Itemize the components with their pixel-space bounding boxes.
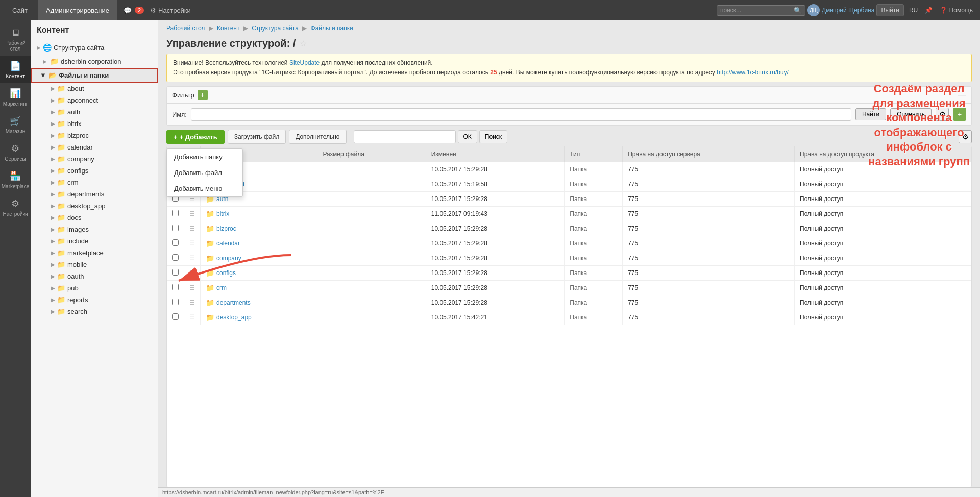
- tree-item-reports[interactable]: ▶📁reports: [31, 294, 158, 306]
- breadcrumb-site-structure[interactable]: Структура сайта: [252, 24, 299, 32]
- inline-search-input[interactable]: [354, 130, 456, 143]
- row-checkbox[interactable]: [172, 225, 179, 231]
- file-type: Папка: [565, 251, 623, 266]
- row-checkbox[interactable]: [172, 239, 179, 246]
- file-modified: 10.05.2017 15:19:58: [426, 177, 565, 192]
- toolbar: + + Добавить Добавить папку Добавить фай…: [166, 130, 972, 144]
- help-button[interactable]: ❓ Помощь: [937, 5, 976, 16]
- notification-badge: 2: [135, 7, 144, 14]
- folder-link-calendar[interactable]: 📁calendar: [206, 239, 312, 247]
- drag-handle-icon: ☰: [189, 255, 195, 262]
- folder-link-configs[interactable]: 📁configs: [206, 269, 312, 277]
- search-button[interactable]: Поиск: [479, 130, 507, 143]
- tree-item-pub[interactable]: ▶📁pub: [31, 282, 158, 294]
- upload-file-button[interactable]: Загрузить файл: [228, 130, 286, 144]
- file-type: Папка: [565, 266, 623, 281]
- more-button[interactable]: Дополнительно: [289, 130, 346, 144]
- siteupdate-link[interactable]: SiteUpdate: [289, 59, 320, 66]
- filter-find-button[interactable]: Найти: [855, 108, 886, 120]
- tree-sub-root[interactable]: ▶ 📁 dsherbin corporation: [31, 55, 158, 68]
- settings-link[interactable]: ⚙ Настройки: [150, 7, 191, 14]
- tab-site[interactable]: Сайт: [4, 0, 36, 20]
- row-checkbox[interactable]: [172, 284, 179, 290]
- tree-item-marketplace[interactable]: ▶📁marketplace: [31, 247, 158, 259]
- tree-item-calendar[interactable]: ▶📁calendar: [31, 141, 158, 153]
- add-menu-item[interactable]: Добавить меню: [167, 181, 242, 196]
- buy-link[interactable]: http://www.1c-bitrix.ru/buy/: [717, 69, 789, 76]
- pin-icon[interactable]: 📌: [923, 5, 935, 16]
- days-remaining: 25: [490, 69, 497, 76]
- breadcrumb-content[interactable]: Контент: [217, 24, 239, 32]
- tree-item-docs[interactable]: ▶📁docs: [31, 212, 158, 223]
- folder-link-company[interactable]: 📁company: [206, 254, 312, 262]
- folder-icon: 📁: [57, 190, 65, 198]
- add-file-item[interactable]: Добавить файл: [167, 165, 242, 181]
- file-type: Папка: [565, 207, 623, 221]
- filter-plus-button[interactable]: +: [953, 108, 966, 121]
- product-access: Полный доступ: [795, 236, 971, 251]
- tree-item-company[interactable]: ▶📁company: [31, 153, 158, 165]
- sidebar-item-desktop[interactable]: 🖥 Рабочий стол: [0, 22, 31, 56]
- tree-item-images[interactable]: ▶📁images: [31, 223, 158, 235]
- search-input[interactable]: [720, 7, 792, 14]
- col-modified: Изменен: [426, 146, 565, 162]
- filter-add-button[interactable]: +: [198, 90, 208, 100]
- tree-section-files[interactable]: ▼ 📂 Файлы и папки: [31, 68, 158, 83]
- tree-item-departments[interactable]: ▶📁departments: [31, 188, 158, 200]
- favorite-star-icon[interactable]: ☆: [300, 39, 307, 48]
- add-button[interactable]: + + Добавить: [166, 130, 225, 144]
- tree-item-about[interactable]: ▶📁about: [31, 83, 158, 94]
- sidebar-item-content[interactable]: 📄 Контент: [0, 56, 31, 83]
- tree-children: ▶📁about▶📁apconnect▶📁auth▶📁bitrix▶📁bizpro…: [31, 83, 158, 317]
- row-checkbox[interactable]: [172, 313, 179, 320]
- filter-settings-button[interactable]: ⚙: [936, 108, 949, 121]
- tree-item-crm[interactable]: ▶📁crm: [31, 177, 158, 188]
- folder-link-desktop_app[interactable]: 📁desktop_app: [206, 313, 312, 321]
- tree-item-auth[interactable]: ▶📁auth: [31, 106, 158, 118]
- tree-item-desktop_app[interactable]: ▶📁desktop_app: [31, 200, 158, 212]
- tree-item-search[interactable]: ▶📁search: [31, 306, 158, 317]
- folder-icon: 📁: [57, 226, 65, 233]
- folder-link-departments[interactable]: 📁departments: [206, 299, 312, 307]
- sidebar-item-marketplace[interactable]: 🏪 Marketplace: [0, 166, 31, 193]
- filter-name-input[interactable]: [191, 108, 851, 121]
- chevron-right-icon: ▶: [51, 144, 55, 150]
- tree-item-oauth[interactable]: ▶📁oauth: [31, 270, 158, 282]
- tree-item-apconnect[interactable]: ▶📁apconnect: [31, 94, 158, 106]
- tree-item-bizproc[interactable]: ▶📁bizproc: [31, 130, 158, 141]
- table-header-row: Имя Размер файла Изменен Тип Права на до…: [167, 146, 971, 162]
- tree-item-bitrix[interactable]: ▶📁bitrix: [31, 118, 158, 130]
- filter-header: Фильтр + —: [167, 87, 971, 104]
- gear-icon[interactable]: ⚙: [959, 130, 972, 143]
- file-size: [317, 236, 426, 251]
- row-checkbox[interactable]: [172, 299, 179, 305]
- table-settings-button[interactable]: ⚙: [959, 130, 972, 143]
- tree-header: Контент: [31, 20, 158, 40]
- sidebar-item-settings[interactable]: ⚙ Настройки: [0, 193, 31, 221]
- file-modified: 10.05.2017 15:42:21: [426, 310, 565, 325]
- sidebar-item-services[interactable]: ⚙ Сервисы: [0, 138, 31, 166]
- add-folder-item[interactable]: Добавить папку: [167, 149, 242, 165]
- breadcrumb-desktop[interactable]: Рабочий стол: [166, 24, 205, 32]
- table-row: ☰ 📁calendar 10.05.2017 15:29:28 Папка 77…: [167, 236, 971, 251]
- tree-item-mobile[interactable]: ▶📁mobile: [31, 259, 158, 270]
- tree-root-site-structure[interactable]: ▶ 🌐 Структура сайта: [31, 40, 158, 55]
- row-checkbox[interactable]: [172, 254, 179, 261]
- product-access: Полный доступ: [795, 162, 971, 177]
- tree-item-configs[interactable]: ▶📁configs: [31, 165, 158, 177]
- sidebar-item-marketing[interactable]: 📊 Маркетинг: [0, 83, 31, 111]
- row-checkbox[interactable]: [172, 210, 179, 216]
- sidebar-item-shop[interactable]: 🛒 Магазин: [0, 111, 31, 138]
- row-checkbox[interactable]: [172, 269, 179, 276]
- folder-link-bitrix[interactable]: 📁bitrix: [206, 210, 312, 218]
- breadcrumb-files[interactable]: Файлы и папки: [311, 24, 353, 32]
- tab-admin[interactable]: Администрирование: [38, 0, 117, 20]
- search-ok-button[interactable]: ОК: [458, 130, 477, 143]
- logout-button[interactable]: Выйти: [876, 4, 904, 16]
- folder-link-crm[interactable]: 📁crm: [206, 284, 312, 292]
- filter-collapse-button[interactable]: —: [958, 90, 966, 100]
- tree-item-include[interactable]: ▶📁include: [31, 235, 158, 247]
- folder-link-bizproc[interactable]: 📁bizproc: [206, 225, 312, 233]
- filter-cancel-button[interactable]: Отменить: [890, 108, 932, 120]
- lang-switcher[interactable]: RU: [906, 5, 921, 16]
